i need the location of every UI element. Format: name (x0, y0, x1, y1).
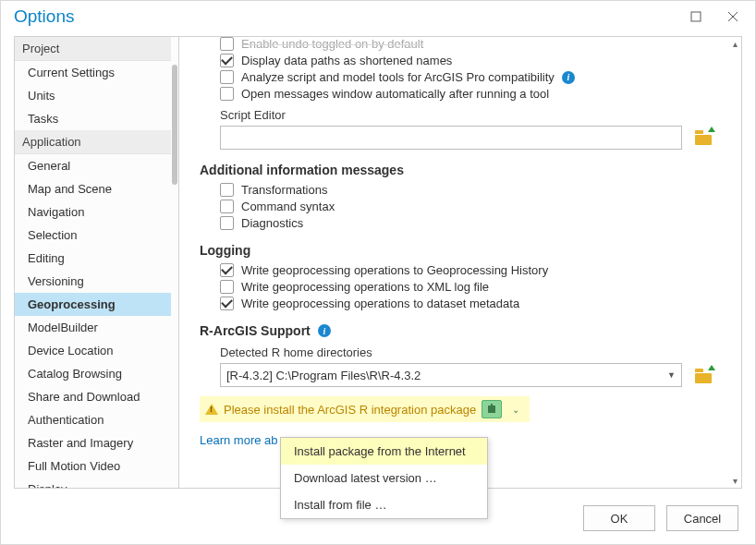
install-package-menu: Install package from the Internet Downlo… (280, 437, 488, 519)
checkbox[interactable] (220, 37, 234, 51)
option-label: Diagnostics (241, 216, 303, 230)
sidebar-item-general[interactable]: General (15, 154, 171, 177)
sidebar-item-raster-and-imagery[interactable]: Raster and Imagery (15, 431, 171, 454)
option-label: Write geoprocessing operations to XML lo… (241, 280, 489, 294)
section-additional-info: Additional information messages (200, 163, 730, 177)
option-label: Transformations (241, 183, 327, 197)
browse-folder-icon[interactable] (695, 130, 713, 145)
sidebar-item-geoprocessing[interactable]: Geoprocessing (15, 293, 171, 316)
chevron-down-icon: ▼ (667, 370, 676, 380)
sidebar-item-tasks[interactable]: Tasks (15, 107, 171, 130)
sidebar-item-versioning[interactable]: Versioning (15, 270, 171, 293)
sidebar-item-navigation[interactable]: Navigation (15, 200, 171, 224)
checkbox[interactable] (220, 87, 234, 101)
warning-icon (205, 404, 218, 415)
ok-button[interactable]: OK (583, 505, 655, 531)
window-close-button[interactable] (720, 6, 746, 27)
sidebar-group-header: Project (15, 37, 171, 61)
cancel-button[interactable]: Cancel (666, 505, 738, 531)
menu-item-install-from-file[interactable]: Install from file … (281, 491, 487, 518)
option-label: Write geoprocessing operations to Geopro… (241, 263, 548, 277)
scroll-up-icon[interactable]: ▴ (730, 39, 739, 49)
option-label: Open messages window automatically after… (241, 87, 549, 101)
sidebar-group-header: Application (15, 130, 171, 154)
window-maximize-button[interactable] (683, 6, 709, 27)
browse-folder-icon[interactable] (695, 369, 713, 383)
sidebar-item-display[interactable]: Display (15, 478, 171, 488)
sidebar-item-share-and-download[interactable]: Share and Download (15, 385, 171, 408)
option-label: Enable undo toggled on by default (241, 37, 423, 51)
svg-rect-0 (691, 12, 701, 21)
checkbox[interactable] (220, 54, 234, 67)
sidebar-item-authentication[interactable]: Authentication (15, 408, 171, 431)
sidebar-item-units[interactable]: Units (15, 84, 171, 107)
sidebar: Project Current Settings Units Tasks App… (15, 37, 179, 488)
sidebar-item-modelbuilder[interactable]: ModelBuilder (15, 316, 171, 339)
checkbox[interactable] (220, 200, 234, 213)
script-editor-input[interactable] (220, 126, 682, 150)
section-r-arcgis: R-ArcGIS Support i (200, 323, 730, 338)
info-icon[interactable]: i (562, 71, 575, 84)
checkbox[interactable] (220, 263, 234, 277)
checkbox[interactable] (220, 183, 234, 197)
option-label: Command syntax (241, 200, 335, 213)
option-label: Analyze script and model tools for ArcGI… (241, 70, 555, 84)
install-package-dropdown[interactable]: ⌄ (507, 400, 524, 418)
option-label: Display data paths as shortened names (241, 54, 452, 67)
sidebar-scrollbar[interactable] (172, 65, 177, 185)
menu-item-install-internet[interactable]: Install package from the Internet (281, 438, 487, 465)
warning-text: Please install the ArcGIS R integration … (224, 403, 476, 417)
checkbox[interactable] (220, 70, 234, 84)
sidebar-item-current-settings[interactable]: Current Settings (15, 61, 171, 84)
section-logging: Logging (200, 243, 730, 258)
sidebar-item-device-location[interactable]: Device Location (15, 339, 171, 362)
sidebar-item-selection[interactable]: Selection (15, 224, 171, 247)
sidebar-item-catalog-browsing[interactable]: Catalog Browsing (15, 362, 171, 385)
window-title: Options (14, 6, 74, 27)
scroll-down-icon[interactable]: ▾ (730, 476, 739, 486)
option-label: Write geoprocessing operations to datase… (241, 297, 519, 310)
checkbox[interactable] (220, 280, 234, 294)
menu-item-download-latest[interactable]: Download latest version … (281, 465, 487, 491)
content-scrollbar[interactable]: ▴ ▾ (730, 39, 739, 486)
install-package-button[interactable] (482, 400, 502, 418)
sidebar-item-map-and-scene[interactable]: Map and Scene (15, 177, 171, 200)
r-detected-label: Detected R home directories (220, 345, 730, 359)
r-home-value: [R-4.3.2] C:\Program Files\R\R-4.3.2 (226, 369, 421, 382)
sidebar-item-editing[interactable]: Editing (15, 247, 171, 270)
script-editor-label: Script Editor (220, 108, 730, 122)
checkbox[interactable] (220, 216, 234, 230)
sidebar-item-full-motion-video[interactable]: Full Motion Video (15, 454, 171, 478)
r-install-warning: Please install the ArcGIS R integration … (200, 396, 530, 422)
checkbox[interactable] (220, 297, 234, 310)
content-panel: Enable undo toggled on by default Displa… (179, 37, 741, 488)
info-icon[interactable]: i (318, 324, 331, 337)
r-home-combobox[interactable]: [R-4.3.2] C:\Program Files\R\R-4.3.2 ▼ (220, 363, 682, 387)
